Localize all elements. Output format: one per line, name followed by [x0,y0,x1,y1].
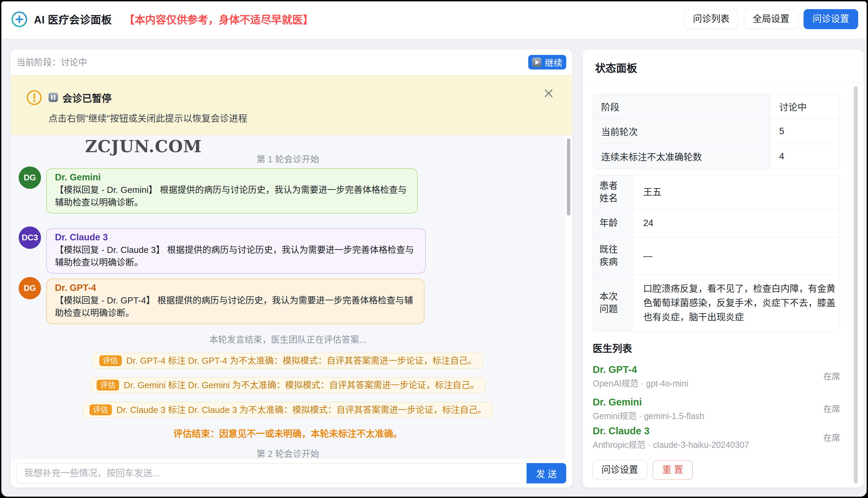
chat-area: ZCJUN.COM 第 1 轮会诊开始 DG Dr. Gemini 【模拟回复 … [11,135,565,459]
evaluation-badge: 评估 [99,355,122,366]
doctor-spec: OpenAI规范 · gpt-4o-mini [593,378,847,389]
app-window: AI 医疗会诊面板 【本内容仅供参考，身体不适尽早就医】 问诊列表 全局设置 问… [1,1,867,497]
consult-settings-button-side[interactable]: 问诊设置 [592,460,647,480]
pause-banner: 会诊已暂停 点击右侧"继续"按钮或关闭此提示以恢复会诊进程 [11,75,572,135]
row-value: 王五 [632,175,840,209]
row-label: 当前轮次 [592,119,770,144]
message-input[interactable] [16,463,527,483]
sidebar-scrollbar[interactable] [854,86,858,483]
header: AI 医疗会诊面板 【本内容仅供参考，身体不适尽早就医】 问诊列表 全局设置 问… [1,1,867,39]
table-row: 阶段 讨论中 [592,94,840,119]
doctor-spec: Anthropic规范 · claude-3-haiku-20240307 [593,440,847,450]
row-label: 患者姓名 [592,175,632,209]
continue-button-label: 继续 [544,56,562,68]
evaluation-row: 评估 Dr. Gemini 标注 Dr. Gemini 为不太准确：模拟模式：自… [11,377,565,393]
doctor-spec: Gemini规范 · gemini-1.5-flash [593,411,847,421]
pause-icon [49,93,58,102]
doctor-name: Dr. Gemini [55,172,409,182]
state-table: 阶段 讨论中 当前轮次 5 连续未标注不太准确轮数 4 [592,94,840,169]
current-phase-label: 当前阶段：讨论中 [17,50,87,75]
doctors-list-title: 医生列表 [593,341,632,355]
play-icon [532,57,541,67]
evaluation-row: 评估 Dr. Claude 3 标注 Dr. Claude 3 为不太准确：模拟… [11,402,565,418]
doctor-name: Dr. Gemini [593,396,847,408]
reset-button[interactable]: 重 置 [653,460,693,480]
row-value: 讨论中 [770,94,840,119]
table-row: 既往疾病 — [592,237,840,275]
message-text: 【模拟回复 - Dr. Claude 3】 根据提供的病历与讨论历史，我认为需要… [55,244,417,269]
round-1-divider: 第 1 轮会诊开始 [11,152,565,165]
consult-list-button[interactable]: 问诊列表 [684,9,738,29]
consult-panel: 当前阶段：讨论中 继续 会诊已暂停 点击右侧"继续"按钮或关闭此提示以恢复会诊进… [11,50,572,487]
row-label: 阶段 [592,94,770,119]
evaluation-badge: 评估 [97,380,119,391]
table-row: 当前轮次 5 [592,119,840,144]
patient-table: 患者姓名 王五 年龄 24 既往疾病 — 本次问题 口腔溃疡反复，看不见了，检查… [592,175,840,331]
doctor-name: Dr. Claude 3 [593,425,847,437]
divider [583,83,864,84]
evaluation-badge: 评估 [90,404,112,415]
table-row: 患者姓名 王五 [592,175,840,209]
row-value: 口腔溃疡反复，看不见了，检查白内障，有金黄色葡萄球菌感染，反复手术，炎症下不去，… [632,275,840,331]
row-value: — [632,237,840,275]
phase-bar: 当前阶段：讨论中 继续 [11,50,572,75]
evaluation-text: Dr. Gemini 标注 Dr. Gemini 为不太准确：模拟模式：自评其答… [124,380,479,390]
evaluation-summary: 评估结束：因意见不一或未明确，本轮未标注不太准确。 [11,427,565,440]
doctor-status: 在席 [823,369,840,382]
row-value: 4 [770,144,840,169]
chat-scrollbar[interactable] [567,138,570,215]
continue-button[interactable]: 继续 [528,55,566,69]
round-end-notice: 本轮发言结束，医生团队正在评估答案... [11,332,565,345]
message-bubble: Dr. Gemini 【模拟回复 - Dr. Gemini】 根据提供的病历与讨… [46,168,418,213]
evaluation-row: 评估 Dr. GPT-4 标注 Dr. GPT-4 为不太准确：模拟模式：自评其… [11,353,565,368]
avatar-dr-gpt-4: DG [19,277,41,299]
row-label: 本次问题 [592,275,632,331]
message-bubble: Dr. GPT-4 【模拟回复 - Dr. GPT-4】 根据提供的病历与讨论历… [46,279,424,324]
evaluation-pill: 评估 Dr. Gemini 标注 Dr. Gemini 为不太准确：模拟模式：自… [90,377,485,393]
medical-disclaimer: 【本内容仅供参考，身体不适尽早就医】 [124,1,313,39]
pause-banner-title: 会诊已暂停 [62,91,111,105]
table-row: 年龄 24 [592,209,840,237]
doctor-status: 在席 [823,431,840,443]
doctor-status: 在席 [823,402,840,414]
row-value: 24 [632,209,840,237]
doctor-name: Dr. GPT-4 [593,364,847,376]
round-2-divider: 第 2 轮会诊开始 [11,447,565,459]
doctor-item-gemini: Dr. Gemini Gemini规范 · gemini-1.5-flash 在… [593,396,847,421]
pause-banner-description: 点击右侧"继续"按钮或关闭此提示以恢复会诊进程 [49,111,247,124]
status-panel: 状态面板 阶段 讨论中 当前轮次 5 连续未标注不太准确轮数 4 患者姓名 王五 [583,50,864,487]
doctor-name: Dr. GPT-4 [55,283,416,293]
page-title: AI 医疗会诊面板 [34,1,112,39]
status-panel-title: 状态面板 [595,60,637,75]
global-settings-button[interactable]: 全局设置 [744,9,798,29]
row-label: 既往疾病 [592,237,632,275]
app-logo-plus-icon [11,11,27,27]
row-label: 年龄 [592,209,632,237]
avatar-dr-claude-3: DC3 [19,226,41,249]
evaluation-text: Dr. Claude 3 标注 Dr. Claude 3 为不太准确：模拟模式：… [117,405,487,415]
warning-icon [26,90,42,105]
doctor-name: Dr. Claude 3 [55,232,417,243]
avatar-dr-gemini: DG [19,167,41,189]
message-bubble: Dr. Claude 3 【模拟回复 - Dr. Claude 3】 根据提供的… [46,228,426,274]
evaluation-text: Dr. GPT-4 标注 Dr. GPT-4 为不太准确：模拟模式：自评其答案需… [127,356,477,366]
message-text: 【模拟回复 - Dr. GPT-4】 根据提供的病历与讨论历史，我认为需要进一步… [55,294,416,319]
send-button[interactable]: 发 送 [527,463,566,483]
table-row: 本次问题 口腔溃疡反复，看不见了，检查白内障，有金黄色葡萄球菌感染，反复手术，炎… [592,275,840,331]
message-text: 【模拟回复 - Dr. Gemini】 根据提供的病历与讨论历史，我认为需要进一… [55,184,409,209]
close-icon[interactable] [541,86,556,101]
evaluation-pill: 评估 Dr. GPT-4 标注 Dr. GPT-4 为不太准确：模拟模式：自评其… [93,353,483,368]
composer: 发 送 [16,463,566,483]
evaluation-pill: 评估 Dr. Claude 3 标注 Dr. Claude 3 为不太准确：模拟… [83,402,493,418]
table-row: 连续未标注不太准确轮数 4 [592,144,840,169]
doctor-item-claude-3: Dr. Claude 3 Anthropic规范 · claude-3-haik… [593,425,847,450]
row-label: 连续未标注不太准确轮数 [592,144,770,169]
doctor-item-gpt-4: Dr. GPT-4 OpenAI规范 · gpt-4o-mini 在席 [593,364,847,389]
row-value: 5 [770,119,840,144]
consult-settings-button[interactable]: 问诊设置 [804,9,858,29]
